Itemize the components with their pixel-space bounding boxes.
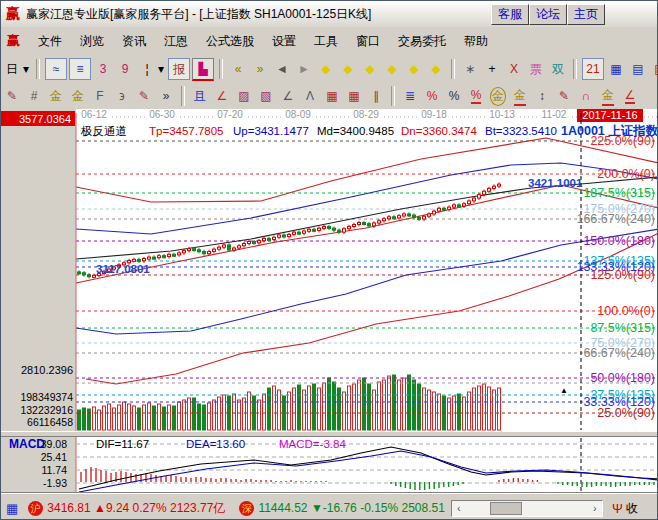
kline-style-dropdown-icon[interactable]: ▾ [21, 59, 31, 79]
toolbar-separator [451, 59, 455, 79]
toolbar-separator [181, 86, 185, 106]
svg-text:Tp=3457.7805: Tp=3457.7805 [149, 125, 224, 137]
quote-board-icon[interactable]: ≡ [69, 58, 91, 80]
more-tools-icon[interactable]: » [156, 86, 176, 106]
calculator-icon[interactable]: ▦ [606, 59, 626, 79]
zoom-all-diamond-icon[interactable]: ◆ [426, 59, 446, 79]
svg-text:06-12: 06-12 [81, 109, 107, 120]
svg-text:Md=3400.9485: Md=3400.9485 [317, 125, 394, 137]
ticket-icon[interactable]: 票 [526, 59, 546, 79]
svg-text:07-20: 07-20 [217, 109, 243, 120]
percent-line-icon[interactable]: % [422, 86, 442, 106]
zoom-in-diamond-icon[interactable]: ◆ [404, 59, 424, 79]
wave-mark-icon[interactable]: Λ [300, 86, 320, 106]
notebook-icon[interactable]: ▤ [628, 59, 648, 79]
shenzhen-index-pct: -0.15% [360, 501, 398, 515]
zoom-right-diamond-icon[interactable]: ◆ [338, 59, 358, 79]
svg-text:66116458: 66116458 [27, 416, 73, 428]
scroll-left-icon[interactable]: ‹ [452, 502, 466, 514]
cut-tool-icon[interactable]: X [504, 59, 524, 79]
gann-grid-icon[interactable]: # [24, 86, 44, 106]
svg-text:Dn=3360.3474: Dn=3360.3474 [401, 125, 477, 137]
svg-text:50.0%(180): 50.0%(180) [590, 371, 655, 385]
percent-icon[interactable]: % [444, 86, 464, 106]
gold-circle-icon[interactable]: 金 [488, 86, 508, 106]
gann-gold-grid-icon[interactable]: 金 [46, 86, 66, 106]
menu-file[interactable]: 文件 [29, 30, 71, 53]
gold-tool-icon[interactable]: 金 [598, 86, 618, 106]
menu-tools[interactable]: 工具 [305, 30, 347, 53]
window-title: 赢家江恩专业版[赢家服务平台] - [上证指数 SH1A0001-125日K线] [26, 6, 371, 23]
chart-9day-icon[interactable]: 9 [115, 59, 135, 79]
shenzhen-turnover: 2508.51 [402, 501, 445, 515]
menu-settings[interactable]: 设置 [263, 30, 305, 53]
gold-underline-icon[interactable]: 金 [510, 86, 530, 106]
main-chart[interactable]: 06-1206-3007-2008-0908-2909-1810-1311-02… [1, 109, 658, 493]
svg-text:11-02: 11-02 [542, 109, 567, 120]
collapse-button[interactable]: 收 [626, 500, 638, 517]
red-brush-icon[interactable]: ✎ [554, 86, 574, 106]
horizontal-scrollbar[interactable]: ‹ › [451, 500, 603, 517]
svg-text:10-13: 10-13 [489, 109, 515, 120]
svg-text:198349374: 198349374 [20, 391, 73, 403]
fibonacci-icon[interactable]: F [90, 86, 110, 106]
svg-text:166.67%(240): 166.67%(240) [576, 212, 655, 226]
angle-tool-icon[interactable]: ∠ [620, 86, 640, 106]
marker-brush-icon[interactable]: ✎ [134, 86, 154, 106]
scrollbar-thumb[interactable] [490, 502, 522, 515]
homepage-button[interactable]: 主页 [567, 4, 605, 25]
save-icon[interactable]: ▣ [650, 59, 658, 79]
menu-gann[interactable]: 江恩 [155, 30, 197, 53]
channel-tool-icon[interactable]: 且 [190, 86, 210, 106]
customer-service-button[interactable]: 客服 [491, 4, 529, 25]
scroll-right-icon[interactable]: › [588, 502, 602, 514]
arc-tool-icon[interactable]: ∩ [576, 86, 596, 106]
stats-list-icon[interactable]: ≣ [400, 86, 420, 106]
crosshair-icon[interactable]: + [482, 59, 502, 79]
svg-text:DIF=11.67: DIF=11.67 [96, 438, 149, 450]
next-bar-icon[interactable]: ► [294, 59, 314, 79]
menu-window[interactable]: 窗口 [347, 30, 389, 53]
color-chart-icon[interactable]: ▙ [192, 58, 214, 81]
forum-button[interactable]: 论坛 [529, 4, 567, 25]
hatch-lines-icon[interactable]: ∥ [366, 86, 386, 106]
menu-browse[interactable]: 浏览 [71, 30, 113, 53]
calendar-icon[interactable]: 21 [582, 58, 604, 80]
menu-formula-stock-pick[interactable]: 公式选股 [197, 30, 263, 53]
menu-trade-delegate[interactable]: 交易委托 [389, 30, 455, 53]
trend-wave-icon[interactable]: ≈ [45, 58, 67, 80]
hand-drag-icon[interactable]: ∗ [460, 59, 480, 79]
toolbar-separator [36, 59, 40, 79]
angle-line-icon[interactable]: ∠ [278, 86, 298, 106]
svg-text:11.74: 11.74 [42, 464, 68, 476]
quote-grid-icon[interactable]: ▦ [6, 501, 18, 516]
menu-help[interactable]: 帮助 [455, 30, 497, 53]
zoom-fit-diamond-icon[interactable]: ◆ [382, 59, 402, 79]
compare-icon[interactable]: 双 [548, 59, 568, 79]
brush-icon[interactable]: ✎ [2, 86, 22, 106]
chart-3min-icon[interactable]: 3 [93, 59, 113, 79]
vertical-measure-icon[interactable]: ↕ [532, 86, 552, 106]
candle-type-dropdown-icon[interactable]: ▾ [156, 59, 166, 79]
candle-type-icon[interactable]: ¦ [137, 59, 157, 79]
box-pattern2-icon[interactable]: ▧ [256, 86, 276, 106]
svg-text:09-18: 09-18 [421, 109, 447, 120]
menu-news[interactable]: 资讯 [113, 30, 155, 53]
shanghai-index-pct: 0.27% [133, 501, 167, 515]
last-page-icon[interactable]: » [250, 59, 270, 79]
report-icon[interactable]: 报 [168, 58, 190, 80]
dense-grid-icon[interactable]: ▦ [322, 86, 342, 106]
box-pattern-icon[interactable]: ▨ [234, 86, 254, 106]
kline-style-icon[interactable]: 日 [2, 59, 22, 79]
zoom-out-diamond-icon[interactable]: ◆ [360, 59, 380, 79]
percent-underline-icon[interactable]: % [466, 86, 486, 106]
svg-text:66.67%(240): 66.67%(240) [583, 346, 655, 360]
ray-fan-icon[interactable]: ∠ [212, 86, 232, 106]
first-page-icon[interactable]: « [228, 59, 248, 79]
prev-bar-icon[interactable]: ◄ [272, 59, 292, 79]
dense-grid2-icon[interactable]: ▦ [344, 86, 364, 106]
spiral-icon[interactable]: ϶ [112, 86, 132, 106]
zoom-left-diamond-icon[interactable]: ◆ [316, 59, 336, 79]
gann-gold-grid2-icon[interactable]: 金 [68, 86, 88, 106]
svg-text:87.5%(315): 87.5%(315) [590, 321, 655, 335]
